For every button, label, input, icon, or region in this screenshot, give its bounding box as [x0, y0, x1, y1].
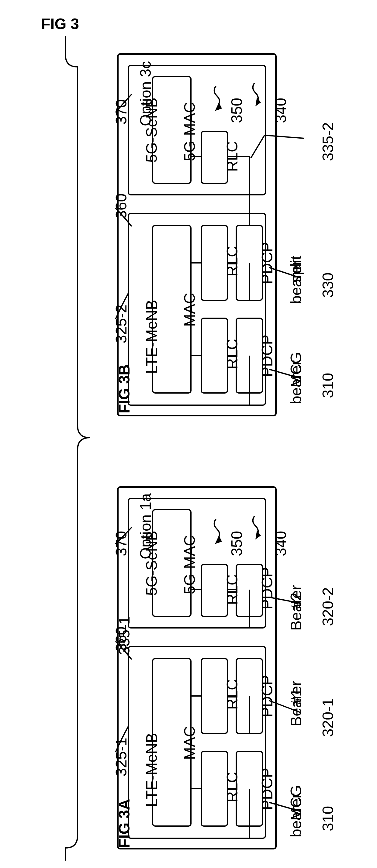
fig3b-mcg-rlc-text: RLC	[224, 339, 241, 369]
ref-340-b: 340	[272, 98, 290, 123]
ref-310-a: 310	[319, 806, 337, 831]
ref-360-b: 360	[113, 194, 130, 219]
ref-325-1: 325-1	[113, 738, 130, 777]
fig3a-b2-label-2: #2	[287, 592, 305, 609]
ref-320-2: 320-2	[319, 587, 337, 626]
ref-325-2: 325-2	[113, 305, 130, 343]
fig3a-b1-label-2: #1	[287, 688, 305, 705]
fig3a-mcg-rlc-text: RLC	[224, 772, 241, 802]
fig3a-option-label: Option 1a	[137, 493, 154, 559]
ref-370-a: 370	[113, 531, 130, 556]
fig3b-5gmac-text: 5G-MAC	[181, 102, 199, 161]
ref-335-1: 335-1	[116, 616, 133, 655]
ref-340-a: 340	[272, 531, 290, 556]
fig3a-5gmac-text: 5G-MAC	[181, 535, 199, 594]
ref-330: 330	[319, 273, 337, 298]
fig3b-mcg-pdcp-text: PDCP	[258, 335, 276, 377]
fig3b-split-pdcp-text: PDCP	[258, 242, 276, 284]
fig3a-b1-rlc-text: RLC	[224, 679, 241, 710]
fig3a-mcg-pdcp-text: PDCP	[258, 768, 276, 810]
ref-370-b: 370	[113, 99, 130, 125]
fig3b-split-rlc-text: RLC	[224, 246, 241, 277]
fig3a-b2-pdcp-text: PDCP	[258, 567, 276, 609]
fig3b-option-label: Option 3c	[137, 61, 154, 126]
ref-350-b: 350	[228, 98, 246, 123]
fig3b-mcg-label-2: bearer	[287, 360, 305, 404]
ref-310-b: 310	[319, 373, 337, 398]
ref-335-2: 335-2	[319, 122, 337, 161]
fig3b-5g-rlc-text: RLC	[224, 141, 241, 172]
fig3a-mcg-label-2: bearer	[287, 793, 305, 837]
fig3-label: FIG 3	[41, 15, 79, 33]
fig3a-b1-pdcp-text: PDCP	[258, 675, 276, 717]
fig3a-b2-rlc-text: RLC	[224, 575, 241, 605]
fig3a-mac-text: MAC	[181, 726, 199, 760]
ref-320-1: 320-1	[319, 698, 337, 737]
fig3b-split-label-2: bearer	[287, 260, 305, 304]
ref-350-a: 350	[228, 531, 246, 556]
fig3b-mac-text: MAC	[181, 293, 199, 327]
